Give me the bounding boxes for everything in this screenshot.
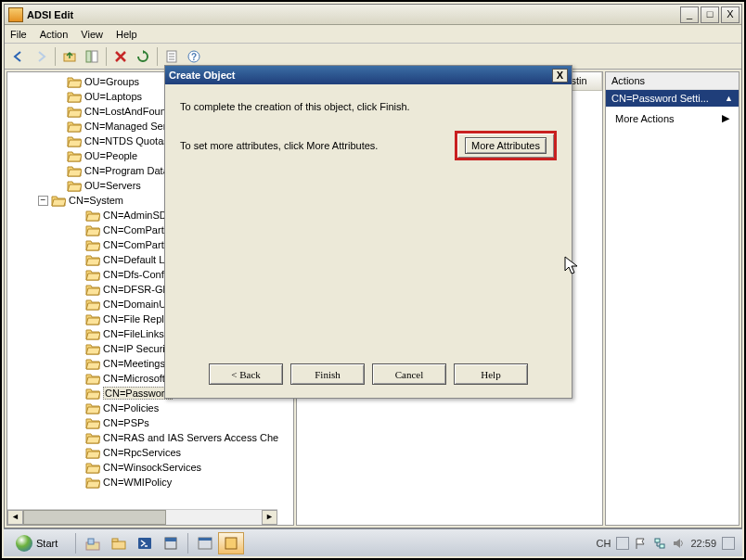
menu-action[interactable]: Action [40,29,69,40]
tree-node-label: CN=ComPartit [103,239,169,250]
back-button[interactable] [8,46,29,67]
more-attributes-button[interactable]: More Attributes [465,137,547,154]
scrollbar-thumb[interactable] [23,510,166,525]
folder-icon [67,150,82,162]
tree-node-label: CN=Program Data [84,165,169,176]
taskbar-separator [75,533,76,554]
tree-node-label: CN=WMIPolicy [103,477,172,488]
taskbar[interactable]: Start CH 22:59 [4,528,742,556]
folder-icon [67,180,82,192]
folder-icon [85,313,100,325]
taskbar-adsi-edit[interactable] [218,532,244,554]
taskbar-powershell[interactable] [132,532,158,554]
language-indicator[interactable]: CH [597,538,611,549]
folder-icon [85,462,100,474]
help-button-dialog[interactable]: Help [454,363,528,385]
up-folder-button[interactable] [59,46,80,67]
properties-button[interactable] [161,46,182,67]
svg-rect-12 [112,539,118,541]
help-button[interactable]: ? [184,46,204,67]
folder-icon [85,402,100,414]
forward-button[interactable] [31,46,51,67]
clock[interactable]: 22:59 [690,538,716,549]
folder-icon [67,106,82,118]
tree-node-label: CN=FileLinks [103,328,164,339]
tree-node-label: CN=Password [103,387,173,400]
tray-flag-icon[interactable] [635,537,648,550]
tree-node[interactable]: CN=RpcServices [72,445,293,460]
folder-icon [85,254,100,266]
chevron-right-icon: ▶ [722,112,729,124]
dialog-text-2: To set more attributes, click More Attri… [180,140,378,151]
more-actions-label: More Actions [615,113,675,124]
tree-node-label: CN=Meetings [103,358,165,369]
menu-file[interactable]: File [10,29,27,40]
svg-rect-18 [225,538,237,549]
scroll-right-button[interactable]: ► [262,510,277,525]
actions-selected-label: CN=Password Setti... [611,93,709,104]
svg-rect-1 [86,51,91,62]
tree-node[interactable]: CN=WinsockServices [72,460,293,475]
refresh-button[interactable] [133,46,153,67]
tree-node-label: OU=People [84,150,137,161]
tray-icon-1[interactable] [616,537,629,550]
windows-orb-icon [16,535,32,552]
svg-rect-20 [660,544,664,548]
window-title: ADSI Edit [27,9,678,20]
back-button-dialog[interactable]: < Back [209,363,283,385]
action-more-actions[interactable]: More Actions ▶ [606,107,739,130]
actions-selected-object[interactable]: CN=Password Setti... ▲ [606,90,739,107]
svg-rect-11 [112,541,125,549]
finish-button[interactable]: Finish [290,363,365,385]
svg-rect-19 [655,539,660,542]
tray-sound-icon[interactable] [672,537,685,550]
tree-node-label: OU=Laptops [84,91,142,102]
create-object-dialog: Create Object X To complete the creation… [164,65,572,399]
tree-node[interactable]: CN=PSPs [72,415,293,430]
tree-node[interactable]: CN=RAS and IAS Servers Access Che [72,430,293,445]
folder-icon [85,343,100,355]
svg-text:?: ? [191,52,197,62]
dialog-titlebar[interactable]: Create Object X [165,66,572,84]
menu-help[interactable]: Help [116,29,137,40]
folder-icon [85,269,100,281]
menu-view[interactable]: View [81,29,103,40]
folder-icon [85,373,100,385]
taskbar-server-manager[interactable] [158,532,184,554]
titlebar[interactable]: ADSI Edit _ □ X [5,5,741,25]
tree-node-label: CN=Managed Serv [84,121,172,132]
start-button[interactable]: Start [7,532,66,554]
taskbar-explorer[interactable] [106,532,132,554]
horizontal-scrollbar[interactable]: ◄ ► [7,509,277,525]
folder-icon [67,135,82,147]
delete-button[interactable] [110,46,131,67]
dialog-title: Create Object [169,70,236,81]
tree-node[interactable]: CN=Policies [72,401,293,415]
taskbar-show-desktop[interactable] [80,532,106,554]
tray-show-desktop[interactable] [722,537,735,550]
window-maximize-button[interactable]: □ [701,6,719,23]
tree-node-label: CN=IP Securit [103,343,168,354]
cancel-button[interactable]: Cancel [372,363,446,385]
folder-icon [85,388,100,400]
folder-icon [85,299,100,311]
tree-node-label: CN=RAS and IAS Servers Access Che [103,432,278,443]
collapse-icon[interactable]: − [38,196,48,206]
dialog-text-1: To complete the creation of this object,… [180,101,557,112]
tree-node-label: CN=RpcServices [103,447,181,458]
tree-node-label: CN=LostAndFound [84,106,172,117]
folder-icon [85,239,100,251]
tray-network-icon[interactable] [653,537,666,550]
folder-icon [85,358,100,370]
tree-node[interactable]: CN=WMIPolicy [72,475,293,490]
show-hide-tree-button[interactable] [82,46,102,67]
window-close-button[interactable]: X [721,6,740,23]
folder-icon [85,224,100,236]
scroll-left-button[interactable]: ◄ [7,510,23,525]
folder-icon [85,210,100,222]
window-minimize-button[interactable]: _ [680,6,699,23]
taskbar-app-1[interactable] [192,532,218,554]
tree-node-label: CN=MicrosoftD [103,373,173,384]
tree-node-label: CN=NTDS Quotas [84,135,169,146]
dialog-close-button[interactable]: X [552,69,568,83]
